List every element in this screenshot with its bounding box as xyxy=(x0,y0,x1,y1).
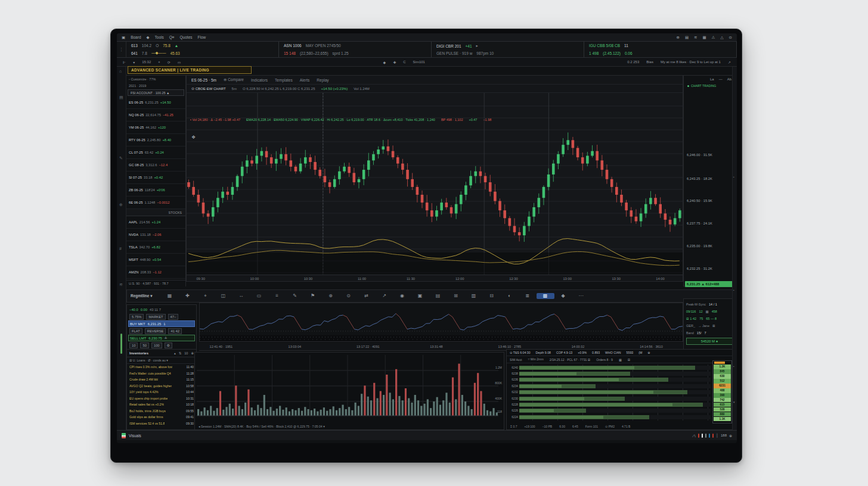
toolbar-icon-8[interactable]: ⚑ xyxy=(304,293,322,299)
volume-panel[interactable]: 1.2M800K400K118 ◂ Session 1.24M · SMA(20… xyxy=(194,352,504,430)
watchlist-row[interactable]: 6E 06-251.1248−0.0012 xyxy=(126,197,185,209)
quote-cell[interactable]: 613104.2O75.8▲6417.8—◆——45.63 xyxy=(126,42,279,57)
toolbar-icon-21[interactable]: ▩ xyxy=(537,293,554,299)
chart-tab[interactable]: ES 06-25 · 5m xyxy=(191,78,216,82)
order-value[interactable]: 50 xyxy=(140,342,148,348)
toolbar-item[interactable]: ▾ xyxy=(133,60,135,64)
status-left-label[interactable]: Visuals xyxy=(129,434,141,438)
toolbar-item[interactable]: C xyxy=(403,60,405,64)
depth-subheader-item[interactable]: ⌗ Win 2mm xyxy=(528,357,543,362)
chart-tab[interactable]: Indicators xyxy=(251,78,268,82)
toolbar-icon-10[interactable]: ⊙ xyxy=(340,293,358,299)
toolbar-icon-5[interactable]: ▭ xyxy=(250,293,268,299)
rail-mark[interactable]: ▾ xyxy=(733,400,735,404)
depth-header-item[interactable]: Depth 9.08 xyxy=(536,351,551,354)
watchlist-row[interactable]: NVDA131.18−2.06 xyxy=(126,229,185,241)
dom-cell[interactable]: 845 xyxy=(714,369,731,374)
toolbar-icon-13[interactable]: ◉ xyxy=(393,293,411,299)
toolbar-icon-16[interactable]: ⊞ xyxy=(447,293,465,299)
quote-cell[interactable]: ASN 1006MAY OPEN 2745/5015 148(22,580–22… xyxy=(279,42,432,57)
toolbar-item[interactable]: Sim101 xyxy=(413,60,425,64)
order-row[interactable]: 5.75%MARKET47– xyxy=(128,313,195,320)
toolbar-icon-12[interactable]: ↗ xyxy=(376,293,393,299)
toolbar-icon-23[interactable]: ⋯ xyxy=(572,293,590,299)
toolbar-icon-14[interactable]: ▣ xyxy=(411,293,429,299)
feed-icon[interactable]: ≋ xyxy=(694,35,697,40)
watchlist-column-header[interactable]: FSI ACCOUNT · 100.25 ▲ xyxy=(128,89,184,96)
news-tool-icon[interactable]: ⊕ xyxy=(191,351,194,355)
order-row[interactable]: −40.00.0043 11 7 xyxy=(128,306,195,313)
toolbar-icon-7[interactable]: ✎ xyxy=(286,293,304,299)
toolbar-item[interactable]: 15:32 xyxy=(142,60,151,64)
right-scroll-rail[interactable]: ▪▪▪▾ xyxy=(732,67,737,430)
dom-cell[interactable]: 390 xyxy=(714,393,731,398)
toolbar-item[interactable]: ⌖ xyxy=(158,60,160,64)
toolbar-icon-15[interactable]: ▤ xyxy=(429,293,447,299)
toolbar-icon-19[interactable]: ◐ xyxy=(501,293,519,299)
depth-subheader-item[interactable]: 2/3A 25.12 · PCL 67 · 7731 ⊞ xyxy=(550,358,590,362)
dom-cell[interactable]: 6231 xyxy=(714,384,731,388)
toolbar-icon-2[interactable]: ⌖ xyxy=(197,293,215,299)
order-row[interactable]: FLATREVERSE41 42 xyxy=(128,328,195,334)
toolbar-icon-18[interactable]: ⊟ xyxy=(483,293,501,299)
menu-flow[interactable]: Flow xyxy=(198,35,206,39)
order-value[interactable]: MARKET xyxy=(146,314,165,320)
depth-subheader-item[interactable]: Orders 8 · 9 xyxy=(596,358,613,362)
news-row[interactable]: AVGO Q2 beats; guides higher10:58 xyxy=(127,383,196,390)
record-icon[interactable]: ⊙ xyxy=(729,35,732,40)
dom-cell[interactable]: 615 xyxy=(714,403,731,407)
toolbar-item[interactable]: Bias xyxy=(646,60,653,64)
depth-header-item[interactable]: COP 4.9-13 xyxy=(556,351,572,354)
panels-icon[interactable]: ▤ xyxy=(119,95,123,100)
chart-tab[interactable]: ⊕ Compare xyxy=(224,77,244,82)
order-value[interactable]: ⚙ xyxy=(165,342,172,348)
news-row[interactable]: Fed's Waller: cuts possible Q411:28 xyxy=(127,370,196,377)
quick-order-button[interactable]: 54520 M ● xyxy=(686,338,733,345)
watchlist-row[interactable]: YM 06-2544,162+120 xyxy=(126,122,185,134)
watchlist-row[interactable]: AAPL214.56+1.24 xyxy=(126,216,185,229)
quote-list-icon[interactable]: Q≡ xyxy=(169,35,175,39)
current-price-tag[interactable]: 6,231.25 ▲ 612×488 xyxy=(685,281,734,287)
toolbar-item[interactable]: ↗ xyxy=(728,60,731,64)
toolbar-item[interactable]: ▭ xyxy=(178,60,181,64)
menu-tools[interactable]: Tools xyxy=(155,35,164,39)
watchlist-row[interactable]: TSLA342.70+6.82 xyxy=(126,241,185,254)
dom-cell[interactable]: 512 xyxy=(714,379,731,384)
diamond-icon[interactable]: ◆ xyxy=(147,35,150,40)
toolbar-icon-11[interactable]: ⇄ xyxy=(358,293,376,299)
buy-button[interactable]: BUY MKT6,231.251 xyxy=(128,320,195,327)
sell-button[interactable]: SELL LMT6,230.75≙ xyxy=(128,335,195,341)
depth-header-item[interactable]: WHO CIAN xyxy=(605,351,621,354)
order-value[interactable]: 47– xyxy=(168,314,179,320)
dom-ladder[interactable]: 1.2K84563051262314883907426155288801.1K xyxy=(712,360,732,423)
news-row[interactable]: CPI rises 0.3% m/m, above fcst11:40 xyxy=(127,364,196,370)
depth-subheader-item[interactable]: SIM Acct xyxy=(510,358,522,362)
news-tool-icon[interactable]: 10 xyxy=(184,351,188,355)
watchlist-row[interactable]: MSFT448.90+0.54 xyxy=(126,254,185,266)
news-row[interactable]: Crude draw 2.4M bbl11:15 xyxy=(127,376,196,383)
toolbar-icon-9[interactable]: ⊕ xyxy=(322,293,340,299)
news-tool-icon[interactable]: ⇅ xyxy=(179,351,182,355)
chart-tab[interactable]: Replay xyxy=(317,78,328,82)
toolbar-icon-1[interactable]: ✚ xyxy=(179,293,197,299)
order-row[interactable]: 1050100⚙ xyxy=(128,342,195,348)
workspace-tab[interactable]: ADVANCED SCANNER | LIVE TRADING xyxy=(128,66,252,74)
depth-subheader-item[interactable]: ⊞ xyxy=(628,358,630,362)
menu-board[interactable]: Board xyxy=(131,35,141,39)
news-row[interactable]: 10Y yield tops 4.42%10:44 xyxy=(127,389,196,395)
draw-icon[interactable]: ✎ xyxy=(119,156,123,161)
news-tool-icon[interactable]: ▴ xyxy=(174,351,176,355)
order-value[interactable]: 10 xyxy=(129,342,138,348)
depth-header-item[interactable]: (M xyxy=(638,351,642,354)
toolbar-item[interactable]: 0.2 253 xyxy=(627,60,639,64)
watchlist-row[interactable]: SI 07-2533.18+0.42 xyxy=(126,172,185,184)
visuals-icon[interactable] xyxy=(122,433,126,438)
grid-icon[interactable]: ▦ xyxy=(703,35,706,40)
watchlist-row[interactable]: ES 06-256,231.25+14.50 xyxy=(126,96,185,109)
alerts-icon[interactable]: ⚠ xyxy=(712,35,715,40)
depth-bars[interactable]: 624062386236623462326230622862266224 xyxy=(508,364,711,420)
band-handle-icon[interactable]: ⋮ xyxy=(117,42,126,57)
menu-quotes[interactable]: Quotes xyxy=(180,35,193,39)
dom-cell[interactable]: 742 xyxy=(714,398,731,403)
news-row[interactable]: Retail sales flat vs +0.2%10:18 xyxy=(127,401,196,408)
